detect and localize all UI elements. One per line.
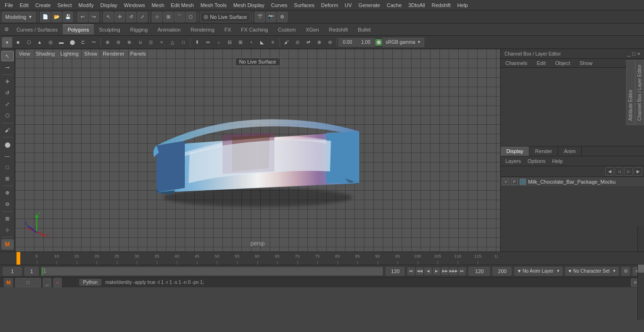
timeline-playhead[interactable] [17,252,20,265]
tab-curves-surfaces[interactable]: Curves / Surfaces [12,25,62,34]
tab-custom[interactable]: Custom [273,25,301,34]
extract-icon[interactable]: ⊗ [124,37,134,48]
tab-bullet[interactable]: Bullet [353,25,376,34]
snap-vertex-btn[interactable]: ⊹ [152,12,162,22]
cube-icon[interactable]: ■ [13,37,23,48]
cb-close-btn[interactable]: × [637,51,640,57]
tab-polygons[interactable]: Polygons [63,24,93,34]
grow-sel-icon[interactable]: ⊕ [314,37,324,48]
scrollbar-thumb[interactable] [638,263,644,273]
axis-btn[interactable]: ⊹ [1,225,14,235]
edge-mode-btn[interactable]: — [1,151,14,161]
viewport[interactable]: View Shading Lighting Show Renderer Pane… [15,49,500,251]
anim-settings-btn[interactable]: ⚙ [621,267,630,275]
separate-icon[interactable]: ⊖ [113,37,124,48]
playback-end-btn[interactable]: ⏭ [458,267,466,275]
tab-redshift[interactable]: Redshift [324,25,353,34]
move-tool-btn[interactable]: ✛ [115,12,125,22]
bevel-icon[interactable]: ⬨ [214,37,224,48]
coord-x-input[interactable] [339,38,356,47]
crease-icon[interactable]: ≡ [268,37,278,48]
playback-play-btn[interactable]: ▶ [433,267,440,275]
menu-edit[interactable]: Edit [17,1,32,9]
character-set-dropdown[interactable]: ▼ No Character Set ▼ [565,267,619,275]
current-frame-input[interactable] [25,267,39,275]
layer-playback[interactable]: P [511,178,518,185]
layers-menu-item[interactable]: Layers [504,157,523,165]
tab-xgen[interactable]: XGen [301,25,323,34]
taskbar-window-btn[interactable]: □ [15,278,41,287]
cone-icon[interactable]: ▲ [34,37,45,48]
cb-minimize-btn[interactable]: _ [627,51,630,57]
vp-lighting-menu[interactable]: Lighting [60,51,79,57]
python-label[interactable]: Python [79,279,101,286]
redo-btn[interactable]: ↪ [89,12,99,22]
smooth-icon[interactable]: ≈ [157,37,167,48]
helix-icon[interactable]: 〜 [89,37,99,48]
tab-animation[interactable]: Animation [153,25,185,34]
select-mode-btn[interactable]: ↖ [1,51,14,61]
triangulate-icon[interactable]: △ [167,37,178,48]
menu-3dto[interactable]: 3DtoAll [405,1,428,9]
menu-display[interactable]: Display [98,1,120,9]
rotate-tool-btn[interactable]: ↺ [126,12,136,22]
frame-slider[interactable]: 1 [41,267,383,275]
plane-icon[interactable]: ▬ [56,37,66,48]
soft-select-icon[interactable]: ⊙ [292,37,303,48]
menu-create[interactable]: Create [33,1,54,9]
wedge-icon[interactable]: ◣ [257,37,267,48]
hide-manipulator-btn[interactable]: ⊖ [1,199,14,210]
pipe-icon[interactable]: ⊏ [78,37,88,48]
menu-modify[interactable]: Modify [75,1,96,9]
menu-mesh-tools[interactable]: Mesh Tools [198,1,229,9]
disc-icon[interactable]: ⬤ [67,37,77,48]
transform-btn[interactable]: ⬡ [1,111,14,121]
menu-help[interactable]: Help [454,1,471,9]
vp-panels-menu[interactable]: Panels [130,51,146,57]
vp-view-menu[interactable]: View [19,51,30,57]
cb-maximize-btn[interactable]: □ [632,51,636,57]
menu-edit-mesh[interactable]: Edit Mesh [168,1,197,9]
menu-file[interactable]: File [2,1,16,9]
menu-mesh-display[interactable]: Mesh Display [231,1,267,9]
shrink-sel-icon[interactable]: ⊖ [325,37,335,48]
layer-color-swatch[interactable] [520,178,526,185]
cb-tab-show[interactable]: Show [575,59,597,67]
color-space-dropdown[interactable]: sRGB gamma ▼ [382,38,424,47]
playback-start-btn[interactable]: ⏮ [407,267,415,275]
move-btn[interactable]: ✛ [1,77,14,87]
coord-y-input[interactable] [357,38,375,47]
anim-layer-dropdown[interactable]: ▼ No Anim Layer ▼ [514,267,562,275]
snap-grid-btn[interactable]: ⊞ [163,12,173,22]
vp-shading-menu[interactable]: Shading [36,51,55,57]
mirror-icon[interactable]: ⌸ [146,37,156,48]
render-btn[interactable]: 🎬 [255,12,265,22]
menu-windows[interactable]: Windows [121,1,148,9]
insert-loop-icon[interactable]: ⊞ [235,37,246,48]
cb-tab-object[interactable]: Object [550,59,575,67]
new-scene-btn[interactable]: 📄 [40,12,50,22]
playback-back-btn[interactable]: ◀ [424,267,432,275]
layer-next-btn[interactable]: ▶ [634,167,642,176]
save-scene-btn[interactable]: 💾 [63,12,73,22]
lasso-select-btn[interactable]: ⊸ [1,62,14,73]
tab-rigging[interactable]: Rigging [125,25,152,34]
grid-btn[interactable]: ⊞ [1,214,14,224]
scale-tool-btn[interactable]: ⤢ [137,12,148,22]
snap-curve-btn[interactable]: ⌒ [174,12,185,22]
open-scene-btn[interactable]: 📂 [51,12,62,22]
tab-sculpting[interactable]: Sculpting [94,25,125,34]
menu-curves[interactable]: Curves [268,1,290,9]
layer-visibility[interactable]: V [503,178,509,185]
channel-box-side-label[interactable]: Channel Box / Layer Editor [635,60,644,125]
bridge-icon[interactable]: ⇔ [203,37,213,48]
frame-start-input[interactable] [3,267,22,275]
dr-tab-anim[interactable]: Anim [558,146,582,156]
vp-renderer-menu[interactable]: Renderer [103,51,124,57]
dr-tab-display[interactable]: Display [501,146,529,156]
torus-icon[interactable]: ◎ [45,37,56,48]
timeline-ruler[interactable]: 5101520253035404550556065707580859095100… [17,252,498,265]
maya-logo-btn[interactable]: M [1,239,14,250]
playback-fwd-btn[interactable]: ▶▶ [441,267,449,275]
options-menu-item[interactable]: Options [526,157,547,165]
